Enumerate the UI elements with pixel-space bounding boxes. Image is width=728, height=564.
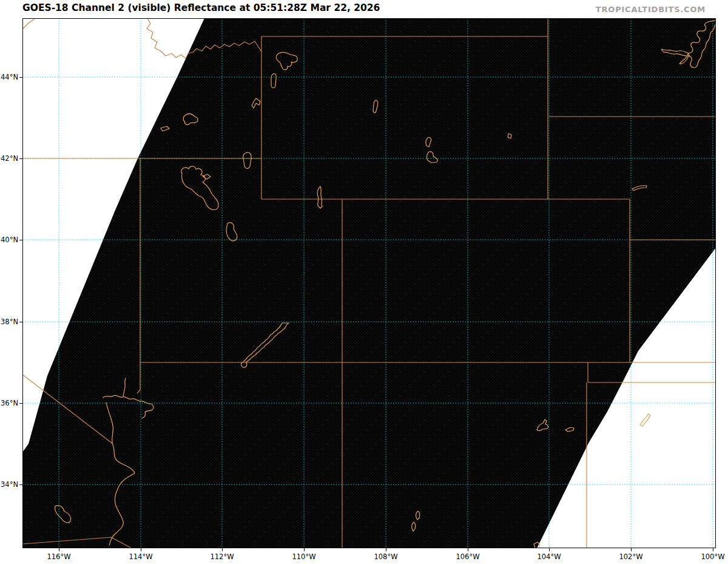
lon-axis-tick-106°W [468,548,468,551]
lon-tick-label-112°W: 112°W [204,552,240,561]
lon-tick-label-116°W: 116°W [41,552,77,561]
lat-tick-label-42°N: 42°N [0,154,18,163]
lat-tick-label-40°N: 40°N [0,236,18,244]
lon-tick-label-114°W: 114°W [123,552,159,561]
watermark-tropicaltidbits: TROPICALTIDBITS.COM [596,5,706,14]
lon-tick-label-106°W: 106°W [450,552,486,561]
lon-tick-label-110°W: 110°W [286,552,322,561]
lon-tick-label-100°W: 100°W [695,552,728,561]
lat-axis-tick-38°N [19,322,22,322]
lon-tick-label-102°W: 102°W [613,552,649,561]
satellite-map-plot [22,18,716,548]
lat-tick-label-38°N: 38°N [0,318,18,326]
page-title: GOES-18 Channel 2 (visible) Reflectance … [22,2,380,13]
lon-axis-tick-100°W [713,548,713,551]
lat-tick-label-44°N: 44°N [0,73,18,81]
satellite-map-page: GOES-18 Channel 2 (visible) Reflectance … [0,0,728,564]
lat-axis-tick-40°N [19,240,22,240]
lon-tick-label-104°W: 104°W [531,552,567,561]
lat-axis-tick-34°N [19,484,22,485]
lon-axis-tick-116°W [59,548,59,551]
lon-axis-tick-114°W [141,548,141,551]
lat-axis-tick-42°N [19,158,22,159]
lat-tick-label-34°N: 34°N [0,480,18,489]
lon-axis-tick-102°W [631,548,632,551]
lon-axis-tick-110°W [304,548,305,551]
lon-tick-label-108°W: 108°W [368,552,404,561]
lon-axis-tick-112°W [222,548,223,551]
lon-axis-tick-104°W [549,548,550,551]
lon-axis-tick-108°W [386,548,386,551]
lat-tick-label-36°N: 36°N [0,399,18,407]
satellite-map-svg [22,18,716,548]
lat-axis-tick-44°N [19,77,22,78]
lat-axis-tick-36°N [19,403,22,404]
